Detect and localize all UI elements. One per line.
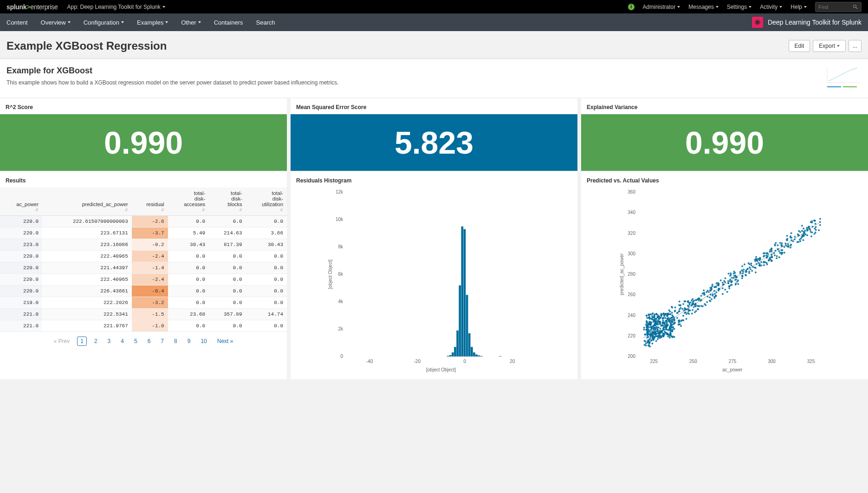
- table-row[interactable]: 220.0223.67131-3.75.49214.633.66: [0, 227, 287, 239]
- table-cell: 222.5341: [42, 309, 132, 320]
- more-button[interactable]: ...: [849, 40, 862, 52]
- svg-point-585: [671, 306, 673, 308]
- table-cell: 5.49: [168, 227, 209, 239]
- svg-point-599: [694, 311, 696, 313]
- pager-page-2[interactable]: 2: [91, 337, 100, 345]
- svg-point-453: [790, 232, 792, 234]
- pager-page-9[interactable]: 9: [185, 337, 194, 345]
- svg-point-547: [736, 276, 738, 278]
- search-icon: [853, 4, 858, 10]
- nav-overview[interactable]: Overview: [41, 19, 71, 26]
- svg-point-482: [758, 259, 760, 261]
- col-residual[interactable]: residual⇵: [132, 188, 168, 216]
- table-cell: 0.0: [246, 274, 287, 285]
- svg-rect-2: [824, 66, 862, 84]
- svg-point-605: [730, 272, 732, 274]
- svg-point-15: [838, 76, 838, 76]
- svg-point-827: [665, 328, 667, 330]
- svg-point-608: [674, 319, 675, 321]
- col-total-disk-blocks[interactable]: total-disk-blocks⇵: [209, 188, 246, 216]
- help-menu[interactable]: Help: [790, 4, 807, 10]
- pager-page-10[interactable]: 10: [198, 337, 209, 345]
- svg-text:0: 0: [340, 354, 343, 359]
- app-icon[interactable]: [752, 17, 763, 28]
- table-row[interactable]: 223.0223.16086-0.230.43817.3930.43: [0, 239, 287, 251]
- svg-point-301: [692, 309, 693, 311]
- table-row[interactable]: 221.0222.5341-1.523.68357.8914.74: [0, 309, 287, 320]
- svg-point-527: [714, 286, 716, 288]
- col-total-disk-utilization[interactable]: total-disk-utilization⇵: [246, 188, 287, 216]
- col-total-disk-accesses[interactable]: total-disk-accesses⇵: [168, 188, 209, 216]
- pager-page-7[interactable]: 7: [158, 337, 167, 345]
- pager-page-3[interactable]: 3: [105, 337, 114, 345]
- table-cell: 0.0: [246, 320, 287, 332]
- app-menu[interactable]: App: Deep Learning Toolkit for Splunk: [67, 4, 165, 10]
- svg-point-772: [662, 318, 664, 320]
- svg-point-169: [720, 279, 722, 281]
- intro-panel: Example for XGBoost This example shows h…: [0, 59, 868, 97]
- svg-point-838: [655, 318, 657, 320]
- svg-point-503: [797, 241, 798, 243]
- table-cell: 221.0: [0, 320, 42, 332]
- table-row[interactable]: 220.0221.44397-1.40.00.00.0: [0, 262, 287, 274]
- table-row[interactable]: 220.0222.61507000000003-2.60.00.00.0: [0, 216, 287, 227]
- table-row[interactable]: 219.0222.2026-3.20.00.00.0: [0, 297, 287, 309]
- table-row[interactable]: 220.0226.43661-6.40.00.00.0: [0, 285, 287, 297]
- svg-point-448: [650, 336, 652, 338]
- pager-next[interactable]: Next »: [214, 337, 236, 345]
- svg-text:ac_power: ac_power: [722, 367, 743, 372]
- svg-point-396: [679, 321, 680, 323]
- svg-point-613: [790, 237, 791, 239]
- administrator-menu[interactable]: Administrator: [643, 4, 680, 10]
- svg-text:-20: -20: [414, 359, 421, 364]
- svg-point-833: [649, 324, 651, 326]
- nav-configuration[interactable]: Configuration: [84, 19, 124, 26]
- svg-point-474: [709, 287, 711, 289]
- svg-point-544: [651, 339, 653, 341]
- svg-point-171: [784, 243, 786, 245]
- table-row[interactable]: 220.0222.40965-2.40.00.00.0: [0, 274, 287, 285]
- nav-search[interactable]: Search: [256, 19, 275, 26]
- pager-page-6[interactable]: 6: [145, 337, 154, 345]
- svg-point-316: [724, 281, 726, 283]
- nav-other[interactable]: Other: [181, 19, 201, 26]
- nav-containers[interactable]: Containers: [214, 19, 243, 26]
- pager-page-4[interactable]: 4: [118, 337, 127, 345]
- nav-examples[interactable]: Examples: [137, 19, 168, 26]
- splunk-logo[interactable]: splunk>enterprise: [6, 3, 58, 11]
- pager-page-1[interactable]: 1: [77, 337, 87, 346]
- svg-text:250: 250: [689, 359, 697, 364]
- table-cell: -6.4: [132, 285, 168, 297]
- messages-menu[interactable]: Messages: [688, 4, 719, 10]
- table-cell: 221.0: [0, 309, 42, 320]
- svg-point-570: [659, 328, 661, 330]
- table-row[interactable]: 220.0222.40965-2.40.00.00.0: [0, 251, 287, 262]
- table-cell: 0.0: [246, 285, 287, 297]
- table-row[interactable]: 221.0221.9767-1.00.00.00.0: [0, 320, 287, 332]
- find-box[interactable]: [815, 2, 862, 12]
- svg-point-34: [855, 68, 856, 68]
- svg-point-353: [706, 296, 708, 298]
- col-ac_power[interactable]: ac_power⇵: [0, 188, 42, 216]
- nav-content[interactable]: Content: [6, 19, 28, 26]
- scatter-panel: Predicted vs. Actual Values 200220240260…: [581, 172, 868, 379]
- find-input[interactable]: [818, 4, 853, 10]
- pager-page-8[interactable]: 8: [171, 337, 180, 345]
- svg-point-452: [733, 277, 735, 279]
- svg-point-426: [749, 266, 751, 268]
- caret-down-icon: [804, 6, 807, 8]
- svg-text:260: 260: [628, 292, 635, 297]
- export-button[interactable]: Export: [813, 40, 846, 52]
- col-predicted_ac_power[interactable]: predicted_ac_power⇵: [42, 188, 132, 216]
- info-icon[interactable]: i: [628, 4, 635, 10]
- svg-point-432: [755, 272, 757, 273]
- edit-button[interactable]: Edit: [789, 40, 810, 52]
- settings-menu[interactable]: Settings: [727, 4, 751, 10]
- svg-point-483: [710, 289, 712, 291]
- svg-point-501: [745, 271, 747, 273]
- svg-point-551: [780, 252, 782, 253]
- pager-page-5[interactable]: 5: [131, 337, 140, 345]
- svg-text:280: 280: [628, 272, 635, 277]
- svg-rect-37: [843, 86, 857, 87]
- activity-menu[interactable]: Activity: [760, 4, 782, 10]
